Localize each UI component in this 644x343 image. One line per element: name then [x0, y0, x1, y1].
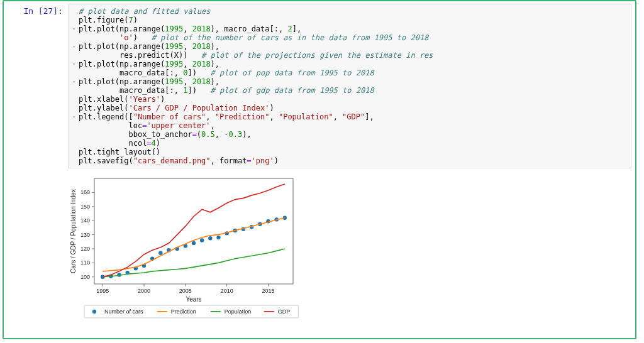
chart-figure: 1001101201301401501601995200020052010201… [68, 173, 301, 324]
fold-gutter-icon [72, 156, 79, 165]
fold-gutter-icon[interactable]: ▾ [72, 112, 79, 121]
fold-gutter-icon [72, 51, 79, 60]
series-line [103, 184, 285, 277]
x-tick-label: 2015 [262, 288, 274, 294]
fold-gutter-icon [72, 68, 79, 77]
fold-gutter-icon [72, 33, 79, 42]
code-text: 'o') # plot of the number of cars as in … [79, 33, 626, 42]
y-tick-label: 110 [80, 259, 90, 266]
code-text: loc='upper center', [79, 121, 626, 130]
data-marker [216, 236, 220, 239]
code-line[interactable]: ▾plt.plot(np.arange(1995, 2018), macro_d… [72, 24, 626, 33]
legend-label: Population [225, 308, 252, 315]
code-line[interactable]: plt.ylabel('Cars / GDP / Population Inde… [72, 104, 626, 112]
fold-gutter-icon [72, 121, 79, 130]
code-line[interactable]: macro_data[:, 0]) # plot of pop data fro… [72, 68, 626, 77]
notebook-cell[interactable]: In [27]: # plot data and fitted valuespl… [3, 0, 636, 339]
fold-gutter-icon [72, 139, 79, 148]
code-text: macro_data[:, 0]) # plot of pop data fro… [79, 68, 626, 77]
code-line[interactable]: plt.savefig("cars_demand.png", format='p… [72, 156, 626, 165]
legend-label: Prediction [171, 308, 196, 315]
y-axis-label: Cars / GDP / Population Index [70, 189, 77, 273]
code-editor[interactable]: # plot data and fitted valuesplt.figure(… [68, 4, 631, 168]
x-tick-label: 2010 [221, 288, 233, 294]
data-marker [158, 251, 162, 255]
fold-gutter-icon [72, 104, 79, 112]
code-text: # plot data and fitted values [79, 7, 626, 16]
data-marker [200, 238, 204, 242]
code-line[interactable]: ▾plt.legend(["Number of cars", "Predicti… [72, 112, 626, 121]
x-tick-label: 2005 [179, 288, 192, 294]
code-text: bbox_to_anchor=(0.5, -0.3), [79, 130, 626, 139]
code-text: plt.plot(np.arange(1995, 2018), macro_da… [79, 24, 626, 33]
y-tick-label: 100 [80, 274, 90, 280]
cell-input-area: In [27]: # plot data and fitted valuespl… [6, 4, 631, 168]
data-marker [208, 236, 212, 240]
fold-gutter-icon[interactable]: ▾ [72, 42, 79, 51]
fold-gutter-icon [72, 95, 79, 104]
legend-label: GDP [278, 308, 291, 315]
fold-gutter-icon[interactable]: ▾ [72, 24, 79, 33]
y-tick-label: 140 [80, 217, 90, 224]
code-line[interactable]: ▾plt.plot(np.arange(1995, 2018), [72, 42, 626, 51]
code-line[interactable]: plt.tight_layout() [72, 148, 626, 156]
legend-label: Number of cars [104, 308, 143, 315]
code-text: plt.plot(np.arange(1995, 2018), [79, 42, 626, 51]
code-line[interactable]: plt.xlabel('Years') [72, 95, 626, 104]
y-tick-label: 130 [80, 232, 90, 238]
code-text: plt.tight_layout() [79, 148, 626, 156]
plot-frame [94, 178, 293, 284]
code-text: res.predict(X)) # plot of the projection… [79, 51, 626, 60]
prompt-label: In [23, 6, 33, 16]
y-tick-label: 150 [80, 204, 90, 210]
code-line[interactable]: plt.figure(7) [72, 16, 626, 24]
fold-gutter-icon [72, 16, 79, 24]
x-tick-label: 2000 [138, 288, 150, 294]
code-line[interactable]: ▾plt.plot(np.arange(1995, 2018), [72, 60, 626, 68]
code-text: plt.legend(["Number of cars", "Predictio… [79, 112, 626, 121]
x-axis-label: Years [186, 296, 201, 303]
code-line[interactable]: # plot data and fitted values [72, 7, 626, 16]
code-line[interactable]: loc='upper center', [72, 121, 626, 130]
series-line [103, 249, 285, 277]
code-line[interactable]: 'o') # plot of the number of cars as in … [72, 33, 626, 42]
code-line[interactable]: bbox_to_anchor=(0.5, -0.3), [72, 130, 626, 139]
fold-gutter-icon [72, 7, 79, 16]
code-text: plt.savefig("cars_demand.png", format='p… [79, 156, 626, 165]
input-prompt: In [27]: [6, 4, 68, 16]
fold-gutter-icon[interactable]: ▾ [72, 60, 79, 68]
fold-gutter-icon [72, 86, 79, 95]
fold-gutter-icon [72, 130, 79, 139]
fold-gutter-icon[interactable]: ▾ [72, 77, 79, 86]
fold-gutter-icon [72, 148, 79, 156]
code-text: plt.ylabel('Cars / GDP / Population Inde… [79, 104, 626, 112]
code-line[interactable]: ncol=4) [72, 139, 626, 148]
prompt-number: 27 [43, 6, 53, 16]
y-tick-label: 160 [80, 189, 90, 195]
cell-output-area: 1001101201301401501601995200020052010201… [68, 173, 631, 324]
code-text: macro_data[:, 1]) # plot of gdp data fro… [79, 86, 626, 95]
code-text: plt.plot(np.arange(1995, 2018), [79, 60, 626, 68]
code-text: ncol=4) [79, 139, 626, 148]
code-text: plt.xlabel('Years') [79, 95, 626, 104]
code-line[interactable]: res.predict(X)) # plot of the projection… [72, 51, 626, 60]
code-line[interactable]: macro_data[:, 1]) # plot of gdp data fro… [72, 86, 626, 95]
y-tick-label: 120 [80, 246, 90, 252]
x-tick-label: 1995 [96, 288, 109, 294]
code-text: plt.plot(np.arange(1995, 2018), [79, 77, 626, 86]
legend-marker-icon [92, 310, 96, 313]
code-text: plt.figure(7) [79, 16, 626, 24]
code-line[interactable]: ▾plt.plot(np.arange(1995, 2018), [72, 77, 626, 86]
data-marker [192, 241, 196, 245]
chart-svg: 1001101201301401501601995200020052010201… [68, 173, 301, 324]
